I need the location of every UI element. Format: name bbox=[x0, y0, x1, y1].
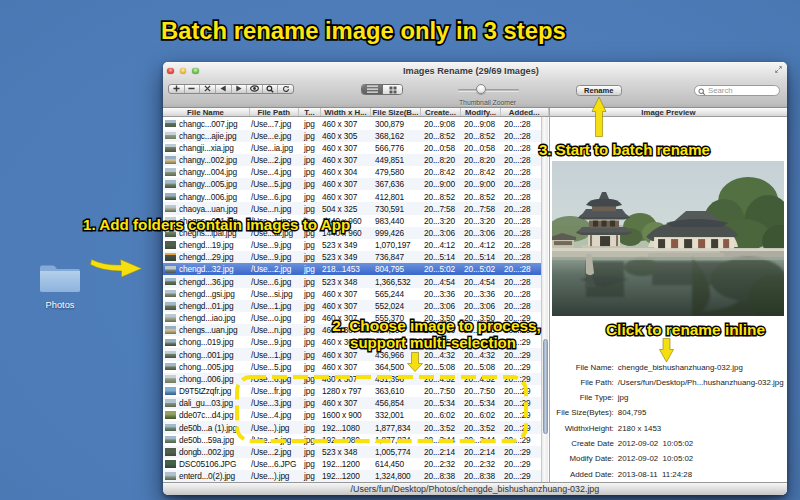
svg-text:Batch rename image only in 3 s: Batch rename image only in 3 steps bbox=[161, 17, 566, 44]
